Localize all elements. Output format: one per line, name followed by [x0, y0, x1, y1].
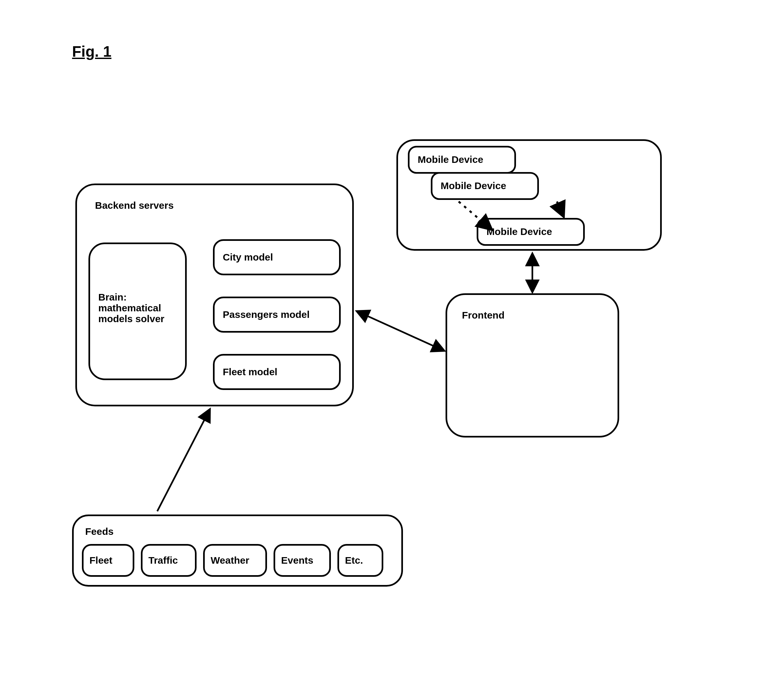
diagram-canvas: Fig. 1 Backend servers Brain: mathematic…: [0, 0, 782, 700]
feed-item-label: Events: [281, 555, 313, 566]
city-model-label: City model: [223, 252, 273, 262]
mobile-device-label-3: Mobile Device: [486, 226, 552, 237]
figure-title: Fig. 1: [72, 43, 111, 60]
feed-item-label: Etc.: [345, 555, 363, 566]
frontend-label: Frontend: [462, 310, 504, 320]
fleet-model-label: Fleet model: [223, 367, 278, 377]
feed-item-label: Weather: [211, 555, 249, 566]
feed-item-label: Fleet: [90, 555, 112, 566]
feeds-title: Feeds: [85, 526, 114, 537]
feed-item-fleet: Fleet: [82, 544, 134, 577]
mobile-device-label-2: Mobile Device: [441, 180, 506, 191]
svg-line-0: [357, 311, 444, 351]
feed-item-etc: Etc.: [338, 544, 383, 577]
mobile-device-label-1: Mobile Device: [418, 154, 483, 165]
feed-item-label: Traffic: [148, 555, 178, 566]
feed-item-events: Events: [274, 544, 331, 577]
feed-item-weather: Weather: [203, 544, 267, 577]
feed-item-traffic: Traffic: [141, 544, 196, 577]
backend-servers-label: Backend servers: [95, 200, 174, 211]
svg-line-2: [157, 410, 210, 511]
brain-label: Brain: mathematical models solver: [98, 292, 165, 324]
passengers-model-label: Passengers model: [223, 309, 309, 320]
